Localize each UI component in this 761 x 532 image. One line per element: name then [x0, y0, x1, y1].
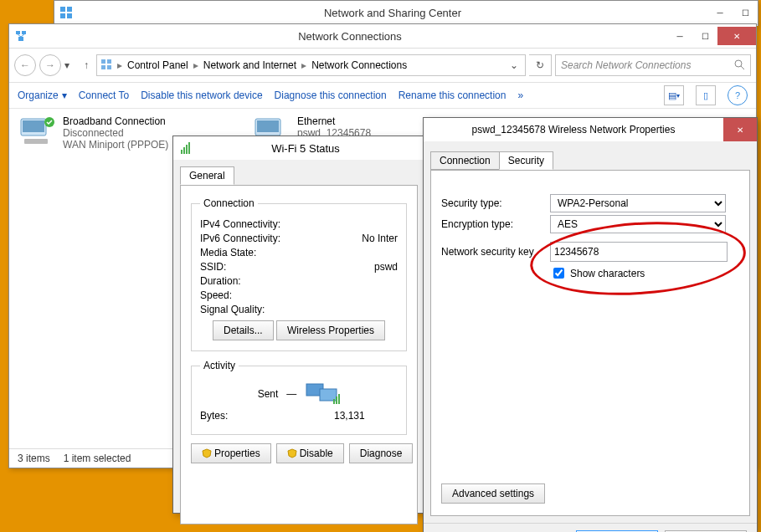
details-button[interactable]: Details...: [213, 320, 274, 340]
advanced-settings-button[interactable]: Advanced settings: [441, 483, 545, 504]
main-title: Network Connections: [33, 30, 667, 43]
encryption-type-label: Encryption type:: [441, 218, 550, 230]
signal-quality-label: Signal Quality:: [200, 304, 301, 315]
svg-rect-3: [67, 13, 72, 18]
wifi-dialog-titlebar: Wi-Fi 5 Status: [173, 136, 424, 160]
svg-rect-24: [186, 145, 188, 154]
ipv6-value: No Inter: [362, 233, 398, 244]
breadcrumb-seg-1[interactable]: Network and Internet: [200, 59, 300, 71]
sent-label: Sent: [258, 388, 279, 400]
disable-button[interactable]: Disable: [276, 443, 344, 463]
properties-button[interactable]: Properties: [191, 443, 271, 463]
show-characters-checkbox[interactable]: Show characters: [550, 265, 645, 281]
breadcrumb-icon: [100, 59, 116, 73]
overflow-menu[interactable]: »: [517, 90, 523, 101]
connection-fieldset: Connection IPv4 Connectivity: IPv6 Conne…: [191, 197, 407, 351]
media-state-label: Media State:: [200, 247, 301, 258]
svg-rect-18: [24, 139, 48, 144]
security-key-input[interactable]: [550, 242, 728, 262]
shield-icon: [202, 448, 212, 458]
bg-titlebar: Network and Sharing Center ─ ☐: [54, 1, 758, 25]
item-count: 3 items: [18, 453, 50, 464]
shield-icon: [287, 448, 297, 458]
rename-connection-button[interactable]: Rename this connection: [398, 90, 506, 101]
svg-rect-4: [16, 31, 20, 34]
connection-name: Broadband Connection: [63, 115, 168, 127]
main-titlebar: Network Connections ─ ☐ ✕: [9, 24, 756, 49]
wireless-properties-button[interactable]: Wireless Properties: [276, 320, 385, 340]
svg-rect-0: [60, 7, 65, 12]
disable-device-button[interactable]: Disable this network device: [141, 90, 262, 101]
breadcrumb[interactable]: ▸ Control Panel▸ Network and Internet▸ N…: [96, 54, 526, 76]
connection-name: Ethernet: [297, 115, 371, 127]
svg-rect-25: [188, 142, 190, 154]
tab-connection[interactable]: Connection: [430, 151, 500, 170]
wifi-tabs: General: [173, 160, 424, 185]
show-characters-label: Show characters: [570, 268, 645, 279]
recent-locations-button[interactable]: ▾: [64, 59, 76, 71]
diagnose-connection-button[interactable]: Diagnose this connection: [275, 90, 387, 101]
svg-line-8: [21, 34, 24, 37]
security-type-select[interactable]: WPA2-Personal: [550, 194, 726, 212]
encryption-type-select[interactable]: AES: [550, 215, 726, 233]
props-dialog-title: pswd_12345678 Wireless Network Propertie…: [424, 118, 723, 141]
svg-rect-16: [23, 120, 44, 132]
breadcrumb-dropdown-icon[interactable]: ⌄: [506, 59, 522, 71]
connect-to-button[interactable]: Connect To: [79, 90, 130, 101]
search-input[interactable]: Search Network Connections: [555, 54, 751, 76]
bg-maximize-button[interactable]: ☐: [733, 3, 758, 22]
svg-rect-10: [107, 59, 111, 64]
network-icon: [9, 24, 33, 48]
forward-button[interactable]: →: [39, 54, 61, 76]
svg-rect-5: [22, 31, 26, 34]
show-characters-input[interactable]: [553, 268, 564, 279]
bg-minimize-button[interactable]: ─: [707, 3, 733, 22]
selection-count: 1 item selected: [64, 453, 131, 464]
svg-line-14: [741, 66, 744, 69]
connection-device: WAN Miniport (PPPOE): [63, 139, 168, 151]
preview-pane-button[interactable]: ▯: [696, 85, 716, 105]
bg-window: Network and Sharing Center ─ ☐: [54, 0, 758, 26]
search-placeholder: Search Network Connections: [561, 59, 691, 71]
connection-item-broadband[interactable]: Broadband Connection Disconnected WAN Mi…: [18, 115, 168, 151]
security-type-label: Security type:: [441, 197, 550, 209]
props-dialog-buttons: OK Cancel: [424, 523, 757, 532]
control-panel-icon: [54, 1, 78, 24]
breadcrumb-seg-2[interactable]: Network Connections: [308, 59, 410, 71]
up-button[interactable]: ↑: [80, 59, 93, 71]
tab-security[interactable]: Security: [499, 151, 553, 170]
help-button[interactable]: ?: [728, 85, 748, 105]
props-close-button[interactable]: ✕: [723, 118, 757, 141]
svg-point-13: [735, 60, 742, 67]
security-key-label: Network security key: [441, 246, 550, 258]
maximize-button[interactable]: ☐: [692, 27, 717, 45]
close-button[interactable]: ✕: [717, 27, 756, 45]
diagnose-button[interactable]: Diagnose: [349, 443, 414, 463]
activity-fieldset: Activity Sent — Bytes:13,131: [191, 360, 407, 435]
connection-status: Disconnected: [63, 127, 168, 139]
modem-icon: [18, 115, 56, 146]
minimize-button[interactable]: ─: [667, 27, 692, 45]
svg-rect-22: [181, 150, 183, 154]
duration-label: Duration:: [200, 275, 301, 287]
organize-menu[interactable]: Organize▾: [18, 90, 67, 101]
wireless-properties-dialog: pswd_12345678 Wireless Network Propertie…: [423, 117, 758, 532]
breadcrumb-seg-0[interactable]: Control Panel: [124, 59, 192, 71]
svg-rect-2: [60, 13, 65, 18]
speed-label: Speed:: [200, 289, 301, 301]
bytes-value: 13,131: [334, 410, 365, 422]
refresh-button[interactable]: ↻: [529, 54, 552, 76]
activity-legend: Activity: [200, 360, 239, 371]
wifi-dialog-title: Wi-Fi 5 Status: [193, 142, 418, 155]
svg-rect-29: [336, 396, 337, 404]
svg-rect-23: [183, 147, 185, 154]
ipv4-label: IPv4 Connectivity:: [200, 218, 301, 230]
svg-rect-27: [320, 389, 337, 401]
wifi-tab-body: Connection IPv4 Connectivity: IPv6 Conne…: [180, 185, 418, 524]
svg-rect-9: [101, 59, 105, 64]
back-button[interactable]: ←: [14, 54, 36, 76]
bytes-label: Bytes:: [200, 410, 301, 422]
view-options-button[interactable]: ▤▾: [664, 85, 684, 105]
tab-general[interactable]: General: [180, 166, 234, 185]
navbar: ← → ▾ ↑ ▸ Control Panel▸ Network and Int…: [9, 49, 756, 83]
